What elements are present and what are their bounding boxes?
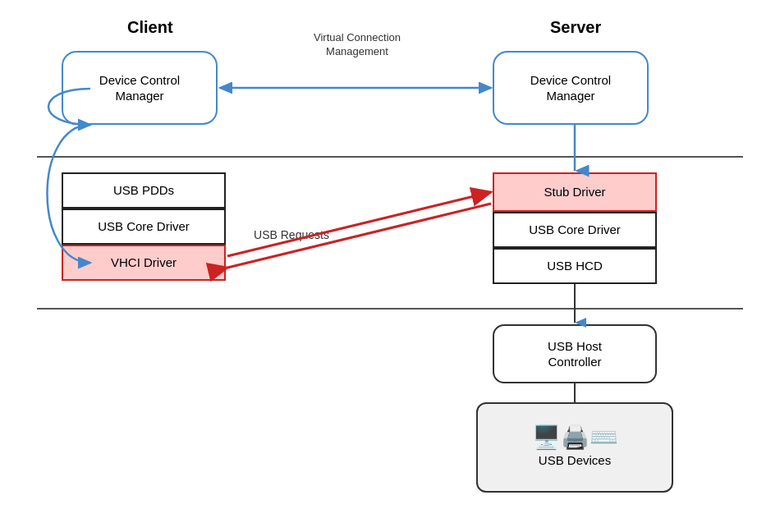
server-label: Server	[550, 18, 601, 37]
vhci-driver-box: VHCI Driver	[62, 245, 226, 281]
svg-line-2	[227, 192, 491, 256]
server-dcm-box: Device Control Manager	[493, 51, 649, 125]
divider-1	[37, 156, 743, 158]
devices-icon: 🖥️🖨️⌨️	[532, 426, 618, 449]
usb-pdds-box: USB PDDs	[62, 172, 226, 209]
virtual-connection-label: Virtual Connection Management	[291, 31, 423, 59]
server-usb-core-box: USB Core Driver	[493, 212, 657, 248]
client-label: Client	[127, 18, 173, 37]
diagram-container: Client Server Virtual Connection Managem…	[0, 0, 780, 532]
usb-hcd-box: USB HCD	[493, 248, 657, 284]
client-dcm-box: Device Control Manager	[62, 51, 218, 125]
usb-host-controller-box: USB Host Controller	[493, 324, 657, 383]
divider-2	[37, 308, 743, 310]
usb-requests-label: USB Requests	[238, 228, 345, 241]
stub-driver-box: Stub Driver	[493, 172, 657, 212]
client-usb-core-box: USB Core Driver	[62, 209, 226, 245]
usb-devices-box: 🖥️🖨️⌨️ USB Devices	[476, 402, 673, 493]
